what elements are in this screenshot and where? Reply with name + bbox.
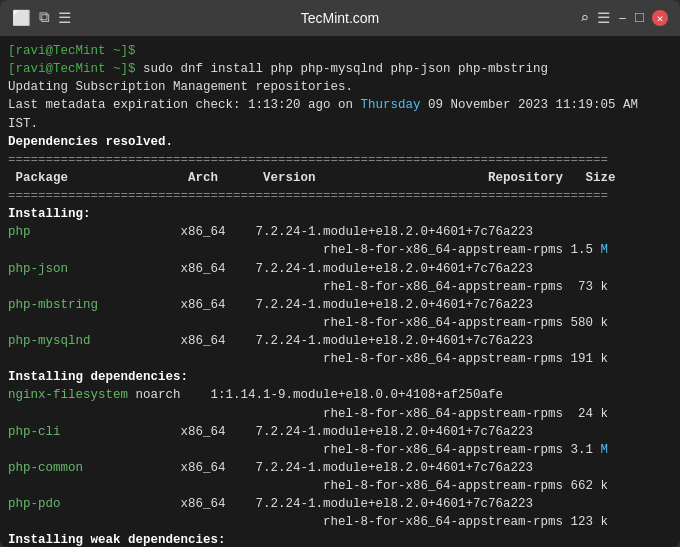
search-icon[interactable]: ⌕ <box>580 9 589 28</box>
close-button[interactable]: ✕ <box>652 10 668 26</box>
command-text: sudo dnf install php php-mysqlnd php-jso… <box>136 62 549 76</box>
pkg-name: nginx-filesystem <box>8 388 128 402</box>
window-title: TecMint.com <box>301 10 380 26</box>
terminal-line: Dependencies resolved. <box>8 133 672 151</box>
terminal-line: Last metadata expiration check: 1:13:20 … <box>8 96 672 114</box>
pkg-php-mysqlnd: php-mysqlnd x86_64 7.2.24-1.module+el8.2… <box>8 332 672 350</box>
titlebar-left-controls: ⬜ ⧉ ☰ <box>12 9 71 28</box>
pkg-php-json: php-json x86_64 7.2.24-1.module+el8.2.0+… <box>8 260 672 278</box>
terminal-body[interactable]: [ravi@TecMint ~]$ [ravi@TecMint ~]$ sudo… <box>0 36 680 547</box>
terminal-window: ⬜ ⧉ ☰ TecMint.com ⌕ ☰ – □ ✕ [ravi@TecMin… <box>0 0 680 547</box>
titlebar-right-controls: ⌕ ☰ – □ ✕ <box>580 9 668 28</box>
terminal-line: [ravi@TecMint ~]$ <box>8 42 672 60</box>
section-weak-deps: Installing weak dependencies: <box>8 531 672 547</box>
pkg-name: php-common <box>8 461 83 475</box>
pkg-name: php-mbstring <box>8 298 98 312</box>
terminal-line: Updating Subscription Management reposit… <box>8 78 672 96</box>
pkg-php-mbstring: php-mbstring x86_64 7.2.24-1.module+el8.… <box>8 296 672 314</box>
pkg-nginx-fs: nginx-filesystem noarch 1:1.14.1-9.modul… <box>8 386 672 404</box>
pkg-name: php-mysqlnd <box>8 334 91 348</box>
new-tab-icon[interactable]: ⬜ <box>12 9 31 28</box>
terminal-line: IST. <box>8 115 672 133</box>
maximize-icon[interactable]: □ <box>635 10 644 27</box>
menu-icon[interactable]: ☰ <box>58 9 71 28</box>
pkg-php-common-repo: rhel-8-for-x86_64-appstream-rpms 662 k <box>8 477 672 495</box>
pkg-php-common: php-common x86_64 7.2.24-1.module+el8.2.… <box>8 459 672 477</box>
pkg-php-repo: rhel-8-for-x86_64-appstream-rpms 1.5 M <box>8 241 672 259</box>
prompt-prefix: [ravi@TecMint ~]$ <box>8 62 136 76</box>
titlebar: ⬜ ⧉ ☰ TecMint.com ⌕ ☰ – □ ✕ <box>0 0 680 36</box>
pkg-php-json-repo: rhel-8-for-x86_64-appstream-rpms 73 k <box>8 278 672 296</box>
terminal-line: [ravi@TecMint ~]$ sudo dnf install php p… <box>8 60 672 78</box>
terminal-header: Package Arch Version Repository Size <box>8 169 672 187</box>
pkg-php-pdo: php-pdo x86_64 7.2.24-1.module+el8.2.0+4… <box>8 495 672 513</box>
pkg-php: php x86_64 7.2.24-1.module+el8.2.0+4601+… <box>8 223 672 241</box>
minimize-icon[interactable]: – <box>618 10 627 27</box>
prompt-user: [ravi@TecMint ~]$ <box>8 44 136 58</box>
hamburger-icon[interactable]: ☰ <box>597 9 610 28</box>
day-highlight: Thursday <box>361 98 421 112</box>
terminal-separator: ========================================… <box>8 151 672 169</box>
section-deps: Installing dependencies: <box>8 368 672 386</box>
pkg-php-pdo-repo: rhel-8-for-x86_64-appstream-rpms 123 k <box>8 513 672 531</box>
pkg-nginx-fs-repo: rhel-8-for-x86_64-appstream-rpms 24 k <box>8 405 672 423</box>
pkg-php-cli: php-cli x86_64 7.2.24-1.module+el8.2.0+4… <box>8 423 672 441</box>
pkg-name: php-pdo <box>8 497 61 511</box>
pkg-php-mysqlnd-repo: rhel-8-for-x86_64-appstream-rpms 191 k <box>8 350 672 368</box>
pkg-name: php <box>8 225 31 239</box>
pkg-php-cli-repo: rhel-8-for-x86_64-appstream-rpms 3.1 M <box>8 441 672 459</box>
pkg-php-mbstring-repo: rhel-8-for-x86_64-appstream-rpms 580 k <box>8 314 672 332</box>
pkg-name: php-json <box>8 262 68 276</box>
split-icon[interactable]: ⧉ <box>39 9 50 27</box>
section-installing: Installing: <box>8 205 672 223</box>
terminal-separator: ========================================… <box>8 187 672 205</box>
pkg-name: php-cli <box>8 425 61 439</box>
